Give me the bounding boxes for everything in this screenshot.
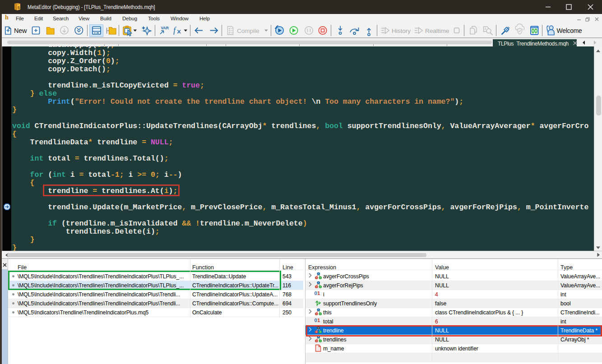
svg-text:VAR: VAR xyxy=(161,26,169,30)
svg-text:0: 0 xyxy=(315,318,317,323)
svg-text:5: 5 xyxy=(18,5,20,10)
svg-text:1: 1 xyxy=(317,290,320,296)
svg-text:1: 1 xyxy=(317,318,320,323)
svg-text:Realtime: Realtime xyxy=(425,28,449,34)
svg-text:Compile: Compile xyxy=(237,28,259,34)
svg-text:0: 0 xyxy=(315,290,317,296)
svg-text:New: New xyxy=(14,27,27,34)
svg-text:History: History xyxy=(392,28,411,34)
svg-text:Welcome: Welcome xyxy=(557,27,583,34)
svg-text:f: f xyxy=(173,26,177,35)
